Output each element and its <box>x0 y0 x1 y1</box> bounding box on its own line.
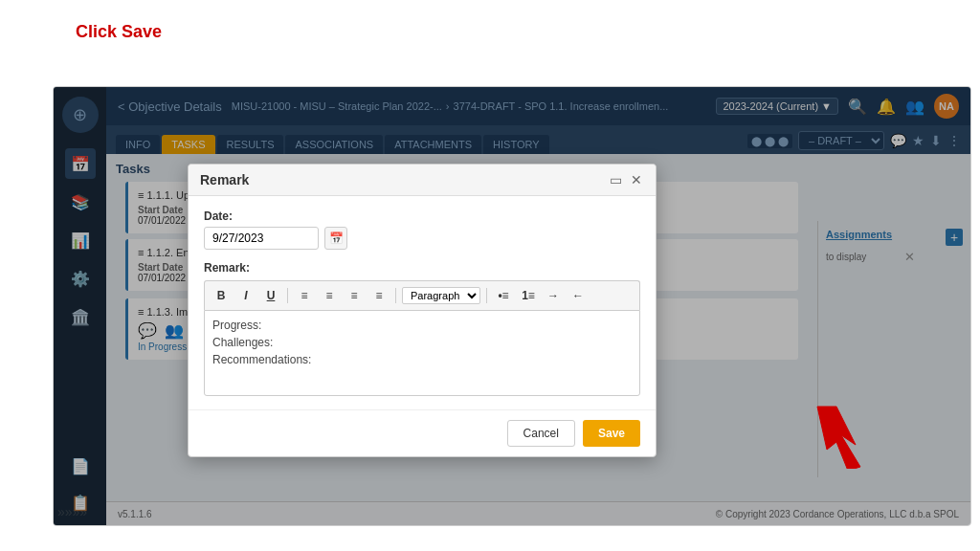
indent-button[interactable]: → <box>543 285 564 306</box>
editor-toolbar: B I U ≡ ≡ ≡ ≡ Paragraph Heading 1 Headin… <box>204 280 640 310</box>
cancel-button[interactable]: Cancel <box>507 420 575 447</box>
date-field-label: Date: <box>204 209 640 223</box>
italic-button[interactable]: I <box>235 285 256 306</box>
toolbar-separator-1 <box>287 288 288 303</box>
calendar-icon[interactable]: 📅 <box>324 227 347 250</box>
remark-field-label: Remark: <box>204 261 640 275</box>
panel-close-button[interactable]: ✕ <box>904 250 915 264</box>
paragraph-select[interactable]: Paragraph Heading 1 Heading 2 <box>402 287 480 304</box>
dialog-header: Remark ▭ ✕ <box>189 165 656 196</box>
click-save-instruction: Click Save <box>76 22 162 42</box>
dialog-footer: Cancel Save <box>189 409 656 456</box>
dialog-close-button[interactable]: ✕ <box>629 172 644 187</box>
dialog-minimize-button[interactable]: ▭ <box>608 172 623 187</box>
date-input-row: 📅 <box>204 227 640 250</box>
justify-button[interactable]: ≡ <box>368 285 390 306</box>
bullet-list-button[interactable]: •≡ <box>493 285 514 306</box>
bold-button[interactable]: B <box>211 285 232 306</box>
align-right-button[interactable]: ≡ <box>344 285 365 306</box>
align-center-button[interactable]: ≡ <box>319 285 340 306</box>
save-button[interactable]: Save <box>583 420 640 447</box>
editor-line-challenges: Challenges: <box>212 336 632 349</box>
editor-line-progress: Progress: <box>212 319 632 332</box>
dialog-controls: ▭ ✕ <box>608 172 644 187</box>
remark-dialog: Remark ▭ ✕ Date: 📅 Remark: B I U ≡ ≡ <box>188 164 657 457</box>
dialog-title: Remark <box>200 172 249 187</box>
editor-line-recommendations: Recommendations: <box>212 353 632 366</box>
date-input[interactable] <box>204 227 319 250</box>
remark-editor[interactable]: Progress: Challenges: Recommendations: <box>204 310 640 396</box>
toolbar-separator-3 <box>486 288 487 303</box>
dialog-body: Date: 📅 Remark: B I U ≡ ≡ ≡ ≡ Paragraph <box>189 196 656 409</box>
toolbar-separator-2 <box>395 288 396 303</box>
align-left-button[interactable]: ≡ <box>294 285 315 306</box>
outdent-button[interactable]: ← <box>568 285 589 306</box>
app-container: ⊕ 📅 📚 📊 ⚙️ 🏛️ 📄 📋 < Objective Details MI… <box>53 86 971 526</box>
numbered-list-button[interactable]: 1≡ <box>518 285 539 306</box>
underline-button[interactable]: U <box>260 285 281 306</box>
